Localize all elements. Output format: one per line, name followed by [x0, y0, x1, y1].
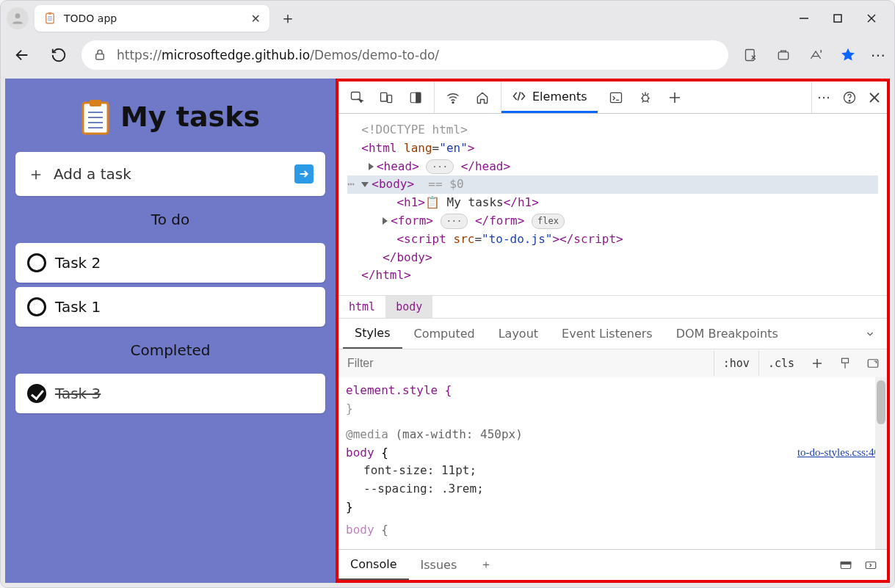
- window-controls: [799, 13, 888, 23]
- checkbox-checked-icon[interactable]: [27, 384, 46, 403]
- dom-breadcrumb[interactable]: html body: [338, 295, 887, 318]
- welcome-icon[interactable]: [470, 85, 495, 110]
- minimize-icon[interactable]: [799, 13, 812, 23]
- chevron-down-icon[interactable]: [858, 322, 883, 346]
- edit-page-icon[interactable]: [742, 46, 761, 65]
- titlebar: TODO app ✕ ＋: [1, 1, 894, 36]
- browser-menu-icon[interactable]: ⋯: [871, 46, 887, 64]
- tab-close-icon[interactable]: ✕: [251, 12, 261, 26]
- todo-section-label: To do: [15, 206, 325, 233]
- completed-section-label: Completed: [15, 337, 325, 363]
- clipboard-icon: [43, 12, 57, 25]
- tab-elements-label: Elements: [532, 90, 587, 104]
- svg-rect-7: [834, 15, 841, 22]
- site-info-icon[interactable]: [93, 48, 106, 62]
- breadcrumb-item[interactable]: body: [385, 296, 432, 318]
- svg-rect-46: [842, 358, 849, 363]
- maximize-icon[interactable]: [833, 13, 846, 23]
- submit-task-button[interactable]: [294, 164, 314, 184]
- drawer-collapse-icon[interactable]: [863, 559, 878, 572]
- sources-debug-icon[interactable]: [633, 85, 658, 110]
- styles-filter-input[interactable]: [338, 349, 714, 377]
- new-tab-button[interactable]: ＋: [275, 6, 300, 31]
- task-item[interactable]: Task 2: [15, 243, 325, 283]
- console-shortcut-icon[interactable]: [604, 85, 628, 110]
- svg-line-27: [518, 92, 520, 101]
- plus-icon: ＋: [27, 162, 45, 186]
- task-item[interactable]: Task 3: [15, 374, 325, 413]
- styles-filter-bar: :hov .cls: [338, 349, 887, 377]
- task-item[interactable]: Task 1: [15, 287, 325, 327]
- tab-computed[interactable]: Computed: [402, 319, 487, 348]
- drawer-tab-console[interactable]: Console: [338, 550, 409, 580]
- dom-tree[interactable]: <!DOCTYPE html> <html lang="en"> <head> …: [338, 114, 887, 295]
- more-tabs-icon[interactable]: [662, 85, 687, 110]
- svg-rect-50: [841, 562, 851, 564]
- svg-rect-11: [96, 54, 104, 60]
- svg-point-26: [452, 101, 454, 103]
- svg-rect-22: [381, 92, 387, 101]
- svg-point-30: [642, 95, 648, 101]
- styles-rules[interactable]: element.style { } @media (max-width: 450…: [338, 377, 887, 549]
- svg-rect-12: [746, 50, 755, 61]
- task-text: Task 2: [55, 254, 101, 272]
- device-toggle-icon[interactable]: [374, 85, 399, 110]
- devtools-drawer: Console Issues ＋: [338, 549, 887, 580]
- tab-styles[interactable]: Styles: [343, 319, 402, 349]
- network-conditions-icon[interactable]: [441, 85, 465, 110]
- svg-rect-25: [416, 92, 421, 103]
- styles-tabstrip: Styles Computed Layout Event Listeners D…: [338, 318, 887, 349]
- checkbox-unchecked-icon[interactable]: [27, 253, 46, 272]
- close-devtools-icon[interactable]: [862, 85, 887, 110]
- svg-rect-21: [352, 92, 360, 99]
- svg-point-41: [849, 100, 850, 101]
- add-task-placeholder: Add a task: [54, 165, 131, 183]
- read-aloud-icon[interactable]: [806, 46, 825, 65]
- add-task-card[interactable]: ＋ Add a task: [15, 152, 325, 196]
- new-style-rule-icon[interactable]: [803, 357, 831, 370]
- task-text: Task 3: [55, 385, 101, 402]
- drawer-expand-icon[interactable]: [838, 559, 853, 572]
- close-window-icon[interactable]: [866, 13, 880, 23]
- toggle-common-rendering-icon[interactable]: [859, 357, 887, 370]
- tab-title: TODO app: [64, 12, 117, 24]
- task-text: Task 1: [55, 298, 101, 316]
- address-bar: https://microsoftedge.github.io/Demos/de…: [1, 36, 894, 74]
- paint-flashing-icon[interactable]: [831, 357, 859, 370]
- checkbox-unchecked-icon[interactable]: [27, 297, 46, 316]
- inspect-element-icon[interactable]: [344, 85, 369, 110]
- svg-rect-15: [90, 100, 101, 106]
- svg-line-36: [642, 101, 643, 103]
- url-input[interactable]: https://microsoftedge.github.io/Demos/de…: [81, 40, 728, 70]
- cls-toggle[interactable]: .cls: [758, 351, 803, 376]
- screencast-icon[interactable]: [403, 85, 428, 110]
- svg-rect-2: [48, 12, 52, 15]
- collections-icon[interactable]: [774, 46, 793, 65]
- breadcrumb-item[interactable]: html: [338, 296, 385, 318]
- browser-tab[interactable]: TODO app ✕: [35, 5, 269, 32]
- back-button[interactable]: [8, 41, 36, 69]
- help-icon[interactable]: [837, 85, 862, 110]
- svg-point-0: [15, 13, 21, 18]
- devtools-panel: Elements ⋯ <!DOCTYPE html> <html lang="e…: [336, 79, 890, 583]
- svg-line-37: [647, 101, 648, 103]
- media-query: @media (max-width: 450px): [346, 427, 523, 441]
- tab-layout[interactable]: Layout: [487, 319, 550, 348]
- drawer-tab-issues[interactable]: Issues: [409, 550, 469, 580]
- tab-dom-breakpoints[interactable]: DOM Breakpoints: [664, 319, 790, 348]
- svg-rect-28: [610, 92, 621, 102]
- drawer-add-tab-icon[interactable]: ＋: [468, 550, 504, 580]
- svg-line-32: [642, 93, 643, 95]
- clipboard-icon: [81, 99, 110, 134]
- devtools-toolbar: Elements ⋯: [338, 81, 887, 114]
- tab-event-listeners[interactable]: Event Listeners: [550, 319, 664, 348]
- url-text: https://microsoftedge.github.io/Demos/de…: [117, 48, 439, 62]
- hov-toggle[interactable]: :hov: [714, 351, 758, 376]
- svg-rect-23: [388, 95, 392, 102]
- tab-elements[interactable]: Elements: [501, 81, 598, 113]
- profile-avatar[interactable]: [7, 7, 29, 29]
- favorite-star-icon[interactable]: [838, 46, 858, 65]
- devtools-menu-icon[interactable]: ⋯: [812, 85, 837, 110]
- refresh-button[interactable]: [45, 41, 73, 69]
- stylesheet-link[interactable]: to-do-styles.css:40: [797, 444, 880, 461]
